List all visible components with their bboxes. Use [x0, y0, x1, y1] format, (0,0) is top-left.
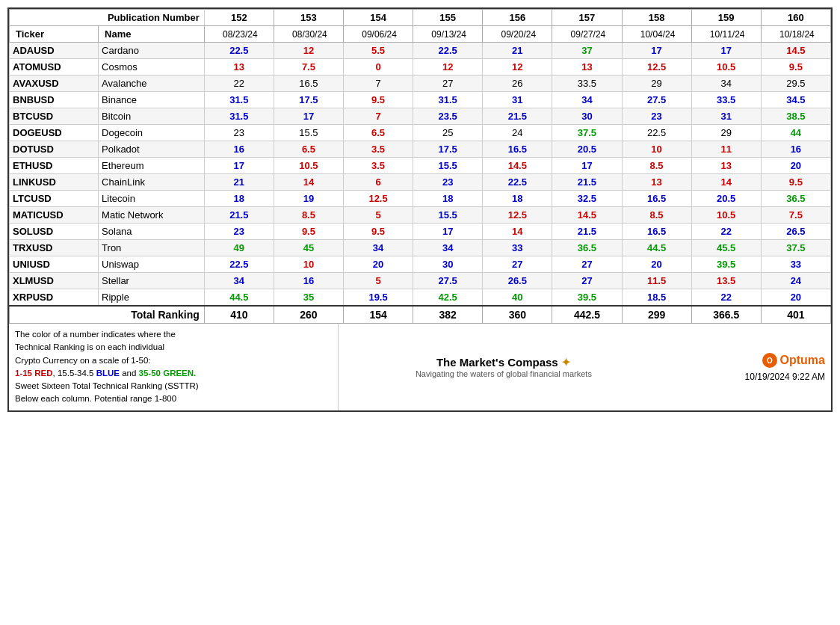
data-cell: 13 — [204, 59, 274, 76]
data-cell: 22.5 — [413, 43, 483, 59]
total-row: Total Ranking410260154382360442.5299366.… — [10, 306, 831, 324]
data-cell: 27.5 — [622, 92, 691, 108]
data-cell: 5 — [344, 207, 413, 224]
footer-brand: The Market's Compass ✦ Navigating the wa… — [338, 324, 669, 410]
total-label: Total Ranking — [10, 306, 205, 324]
total-cell: 360 — [483, 306, 552, 324]
data-cell: 20 — [622, 256, 691, 273]
total-cell: 299 — [622, 306, 691, 324]
data-cell: 17 — [622, 43, 691, 59]
data-cell: 18.5 — [622, 289, 691, 307]
data-cell: 17 — [274, 108, 343, 125]
data-cell: 17 — [413, 224, 483, 240]
data-cell: 37.5 — [552, 125, 622, 141]
data-cell: 22.5 — [622, 125, 691, 141]
data-cell: 18 — [483, 191, 552, 207]
data-cell: 26.5 — [761, 224, 830, 240]
data-cell: 13.5 — [691, 273, 761, 289]
data-table: Publication Number 152 153 154 155 156 1… — [9, 9, 831, 324]
ticker-header: Ticker — [10, 26, 99, 43]
data-cell: 22 — [691, 224, 761, 240]
data-cell: 17.5 — [274, 92, 343, 108]
table-row: TRXUSDTron494534343336.544.545.537.5 — [10, 240, 831, 256]
data-cell: 20.5 — [552, 141, 622, 158]
pub-157: 157 — [552, 10, 622, 26]
data-cell: 12 — [274, 43, 343, 59]
data-cell: 7 — [344, 108, 413, 125]
total-cell: 366.5 — [691, 306, 761, 324]
data-cell: 0 — [344, 59, 413, 76]
table-row: BNBUSDBinance31.517.59.531.5313427.533.5… — [10, 92, 831, 108]
data-cell: 3.5 — [344, 158, 413, 174]
data-cell: 7.5 — [761, 207, 830, 224]
data-cell: 27 — [483, 256, 552, 273]
data-cell: 17 — [691, 43, 761, 59]
data-cell: 30 — [413, 256, 483, 273]
data-cell: 31.5 — [413, 92, 483, 108]
data-cell: 9.5 — [274, 224, 343, 240]
pub-number-label: Publication Number — [10, 10, 205, 26]
data-cell: 8.5 — [274, 207, 343, 224]
name-cell: ChainLink — [99, 174, 205, 191]
data-cell: 8.5 — [622, 207, 691, 224]
legend-line5: Sweet Sixteen Total Technical Ranking (S… — [15, 380, 332, 392]
data-cell: 39.5 — [691, 256, 761, 273]
data-cell: 22 — [204, 76, 274, 92]
data-cell: 17 — [204, 158, 274, 174]
date-8: 10/18/24 — [761, 26, 830, 43]
name-cell: Dogecoin — [99, 125, 205, 141]
data-cell: 14 — [274, 174, 343, 191]
data-cell: 15.5 — [413, 207, 483, 224]
data-cell: 14 — [483, 224, 552, 240]
data-cell: 40 — [483, 289, 552, 307]
pub-156: 156 — [483, 10, 552, 26]
data-cell: 17 — [552, 158, 622, 174]
pub-158: 158 — [622, 10, 691, 26]
date-2: 09/06/24 — [344, 26, 413, 43]
table-row: XLMUSDStellar3416527.526.52711.513.524 — [10, 273, 831, 289]
legend-line3: Crypto Currency on a scale of 1-50: — [15, 354, 332, 367]
data-cell: 24 — [483, 125, 552, 141]
date-6: 10/04/24 — [622, 26, 691, 43]
table-row: LTCUSDLitecoin181912.5181832.516.520.536… — [10, 191, 831, 207]
data-cell: 34 — [552, 92, 622, 108]
data-cell: 45.5 — [691, 240, 761, 256]
ticker-cell: ATOMUSD — [10, 59, 99, 76]
data-cell: 26 — [483, 76, 552, 92]
total-cell: 442.5 — [552, 306, 622, 324]
ticker-cell: AVAXUSD — [10, 76, 99, 92]
data-cell: 6.5 — [344, 125, 413, 141]
data-cell: 19 — [274, 191, 343, 207]
data-cell: 18 — [413, 191, 483, 207]
column-headers: Ticker Name 08/23/24 08/30/24 09/06/24 0… — [10, 26, 831, 43]
ticker-cell: XLMUSD — [10, 273, 99, 289]
data-cell: 3.5 — [344, 141, 413, 158]
name-cell: Tron — [99, 240, 205, 256]
data-cell: 10 — [622, 141, 691, 158]
data-cell: 22 — [691, 289, 761, 307]
brand-sub: Navigating the waters of global financia… — [345, 369, 664, 378]
data-cell: 18 — [204, 191, 274, 207]
data-cell: 10 — [274, 256, 343, 273]
optuma-logo-area: O Optuma — [675, 352, 825, 369]
data-cell: 9.5 — [761, 174, 830, 191]
table-row: XRPUSDRipple44.53519.542.54039.518.52220 — [10, 289, 831, 307]
data-cell: 12.5 — [483, 207, 552, 224]
pub-154: 154 — [344, 10, 413, 26]
data-cell: 16.5 — [622, 191, 691, 207]
data-cell: 9.5 — [761, 59, 830, 76]
data-cell: 15.5 — [413, 158, 483, 174]
name-cell: Litecoin — [99, 191, 205, 207]
name-cell: Bitcoin — [99, 108, 205, 125]
data-cell: 32.5 — [552, 191, 622, 207]
footer-legend: The color of a number indicates where th… — [9, 324, 338, 410]
data-cell: 37 — [552, 43, 622, 59]
data-cell: 38.5 — [761, 108, 830, 125]
ticker-cell: DOTUSD — [10, 141, 99, 158]
data-cell: 12 — [483, 59, 552, 76]
data-cell: 34.5 — [761, 92, 830, 108]
ticker-cell: LINKUSD — [10, 174, 99, 191]
optuma-svg: O — [762, 352, 778, 369]
name-header: Name — [99, 26, 205, 43]
data-cell: 35 — [274, 289, 343, 307]
